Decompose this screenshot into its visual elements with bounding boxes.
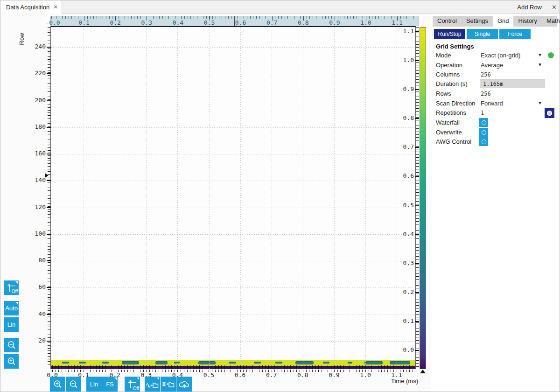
operation-label: Operation xyxy=(436,62,462,69)
setting-row-columns: Columns 256 xyxy=(436,70,557,79)
close-icon[interactable]: ✕ xyxy=(53,4,58,10)
chevron-down-icon[interactable]: ▼ xyxy=(538,52,542,57)
tab-settings[interactable]: Settings xyxy=(462,16,493,27)
plot-cursor-button-vertical[interactable]: Off xyxy=(4,280,19,295)
setting-row-overwrite: Overwrite xyxy=(436,128,557,137)
top-axis-tick-label: 0.9 xyxy=(324,19,345,26)
cursor-off-label: Off xyxy=(133,386,139,391)
bottom-axis-tick-label: 1.1 xyxy=(386,371,407,378)
heatmap-dip xyxy=(79,362,86,364)
chevron-down-icon[interactable]: ▼ xyxy=(538,62,542,67)
right-axis-tick-label: 0.7 xyxy=(397,143,414,150)
gridline-horizontal xyxy=(51,341,415,342)
bottom-axis-tick-label: 0.6 xyxy=(230,371,251,378)
top-axis-tick-label: 0.4 xyxy=(168,19,188,26)
gridline-vertical xyxy=(115,27,115,369)
export-grid-button[interactable] xyxy=(161,377,176,392)
left-axis-tick-label: 220 xyxy=(27,70,46,77)
left-axis-tick-label: 60 xyxy=(27,283,46,290)
panel-close-icon[interactable]: ✕ xyxy=(552,0,557,14)
mode-value[interactable]: Exact (on-grid) xyxy=(481,52,520,59)
run-stop-button[interactable]: Run/Stop xyxy=(434,29,465,39)
operation-value[interactable]: Average xyxy=(481,62,503,69)
single-button[interactable]: Single xyxy=(467,29,498,39)
heatmap-plot-area[interactable] xyxy=(50,26,416,369)
cursor-off-label: Off xyxy=(12,289,18,294)
left-axis-tick-label: 80 xyxy=(27,257,46,264)
chevron-down-icon[interactable]: ▼ xyxy=(538,100,542,105)
right-axis-tick xyxy=(415,350,419,351)
zoom-in-button-horizontal[interactable] xyxy=(50,377,65,392)
left-axis-tick-label: 200 xyxy=(27,97,46,104)
tab-data-acquisition[interactable]: Data Acquisition ✕ xyxy=(0,0,62,14)
repetitions-label: Repetitions xyxy=(436,109,466,116)
heatmap-dip xyxy=(229,362,236,364)
cloud-upload-button[interactable] xyxy=(176,377,192,392)
gridline-horizontal xyxy=(51,127,415,128)
right-axis-tick xyxy=(415,292,419,293)
zoom-out-button-horizontal[interactable] xyxy=(66,377,81,392)
duration-input[interactable]: 1.165m xyxy=(480,79,545,88)
linear-scale-button-horizontal[interactable]: Lin xyxy=(86,377,102,392)
app-window: Data Acquisition ✕ Add Row ✕ -0.00.10.20… xyxy=(0,0,560,392)
overwrite-toggle[interactable] xyxy=(479,128,488,137)
repetitions-value[interactable]: 1 xyxy=(481,110,484,116)
waveform-to-folder-icon xyxy=(146,380,159,389)
zoom-out-button-vertical[interactable] xyxy=(4,338,19,352)
right-axis-minor-ticks xyxy=(416,27,419,368)
gridline-horizontal xyxy=(51,315,415,315)
target-toggle-button[interactable] xyxy=(545,108,554,118)
left-axis-tick-label: 40 xyxy=(27,310,46,317)
columns-label: Columns xyxy=(436,71,460,78)
colorbar[interactable] xyxy=(420,27,426,369)
tab-history[interactable]: History xyxy=(513,16,541,27)
gridline-vertical xyxy=(272,27,272,369)
tab-grid[interactable]: Grid xyxy=(493,16,514,27)
heatmap-dip xyxy=(122,361,139,364)
right-axis-tick xyxy=(415,89,419,90)
left-axis-tick xyxy=(47,260,51,261)
gridline-vertical xyxy=(209,27,210,369)
gridline-horizontal xyxy=(51,47,415,48)
left-axis-tick-label: 240 xyxy=(27,43,46,50)
tab-math[interactable]: Math xyxy=(542,16,560,27)
columns-value[interactable]: 256 xyxy=(481,71,491,78)
top-axis-tick-label: -0.0 xyxy=(42,19,63,26)
left-axis-tick xyxy=(47,207,51,208)
export-trace-button[interactable] xyxy=(145,377,160,392)
left-axis-tick xyxy=(47,234,51,235)
bottom-axis-title: Time (ms) xyxy=(369,378,418,385)
lin-label: Lin xyxy=(90,381,98,388)
heatmap-dip xyxy=(102,362,109,364)
colorbar-marker-icon xyxy=(420,370,426,373)
right-axis-tick-label: 0.5 xyxy=(397,202,414,209)
tab-control[interactable]: Control xyxy=(433,16,462,27)
top-time-ruler[interactable]: -0.00.10.20.30.40.50.60.70.80.91.01.1 xyxy=(50,16,419,26)
linear-scale-button-vertical[interactable]: Lin xyxy=(4,317,19,332)
bottom-axis-tick-label: 0.0 xyxy=(42,371,63,378)
waterfall-toggle[interactable] xyxy=(479,118,488,127)
grid-settings-title: Grid Settings xyxy=(436,43,474,50)
bottom-axis-tick-label: 0.7 xyxy=(261,371,282,378)
zoom-in-button-vertical[interactable] xyxy=(4,354,19,369)
full-scale-button[interactable]: FS xyxy=(102,377,118,392)
radio-icon xyxy=(482,130,486,135)
add-row-button[interactable]: Add Row xyxy=(517,0,542,14)
top-axis-tick-label: 0.8 xyxy=(293,19,314,26)
force-button[interactable]: Force xyxy=(499,29,531,39)
rows-value[interactable]: 256 xyxy=(481,91,491,97)
left-axis-tick xyxy=(47,154,51,154)
scan-direction-value[interactable]: Forward xyxy=(481,100,503,107)
left-axis-minor-ticks xyxy=(48,27,50,368)
table-to-folder-icon xyxy=(162,380,175,389)
radio-selected-icon xyxy=(547,111,552,116)
plot-cursor-button-horizontal[interactable]: Off xyxy=(125,377,140,392)
bottom-axis-tick-label: 0.9 xyxy=(324,371,344,378)
gridline-vertical xyxy=(240,27,241,369)
left-axis-tick-label: 160 xyxy=(27,150,46,157)
gridline-horizontal xyxy=(51,101,415,101)
awg-control-toggle[interactable] xyxy=(479,137,488,146)
autoscale-button[interactable]: Auto xyxy=(4,301,19,315)
window-tab-bar: Data Acquisition ✕ Add Row ✕ xyxy=(0,0,560,14)
top-axis-tick-label: 0.2 xyxy=(105,19,126,26)
